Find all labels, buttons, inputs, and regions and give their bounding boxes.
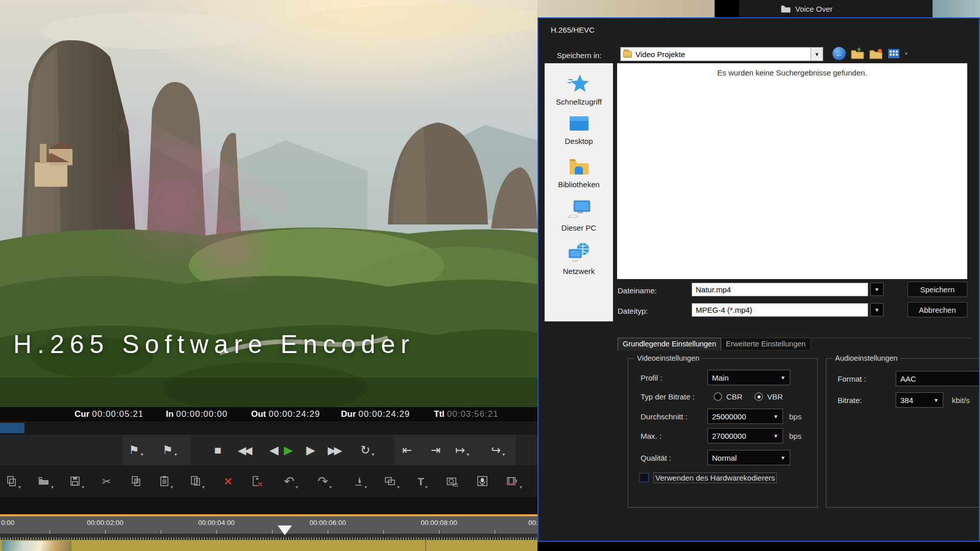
average-bitrate-combobox[interactable]: 25000000 ▼ — [707, 409, 783, 424]
filetype-dropdown-button[interactable]: ▼ — [870, 303, 884, 316]
sidebar-item-desktop[interactable]: Desktop — [545, 115, 613, 145]
cbr-radio[interactable] — [714, 392, 722, 401]
profile-combobox[interactable]: Main ▼ — [707, 370, 790, 385]
timeline-track[interactable] — [0, 540, 537, 551]
render-as-button[interactable]: ▾ — [506, 465, 522, 497]
record-audio-button[interactable] — [477, 465, 488, 497]
vbr-radio[interactable] — [754, 392, 763, 401]
audio-format-combobox[interactable]: AAC — [896, 371, 980, 386]
external-preview-button[interactable]: ↪▾ — [491, 435, 505, 465]
trim-event-button[interactable]: ✕ — [251, 465, 263, 497]
back-icon[interactable]: ← — [832, 47, 846, 60]
ruler-label: 00:00:04:00 — [198, 519, 234, 527]
libraries-folder-icon — [568, 157, 590, 177]
save-project-button[interactable]: ▾ — [69, 465, 84, 497]
quality-combobox[interactable]: Normal ▼ — [707, 450, 790, 465]
copy-button[interactable] — [131, 465, 142, 497]
audio-bitrate-combobox[interactable]: 384 ▼ — [896, 392, 943, 408]
previous-frame-button[interactable]: ◀ — [270, 435, 279, 465]
folder-icon — [623, 51, 632, 58]
go-to-in-button[interactable]: ⇤ — [402, 435, 412, 465]
timeline-spacer — [0, 497, 537, 514]
clip-boundary[interactable] — [425, 540, 426, 551]
chevron-down-icon[interactable]: ▼ — [811, 47, 823, 61]
format-label: Format : — [838, 374, 866, 383]
open-project-button[interactable]: ▾ — [38, 465, 54, 497]
chevron-down-icon[interactable]: ▾ — [372, 452, 374, 465]
paste-attributes-button[interactable]: ▾ — [190, 465, 205, 497]
sidebar-item-dieser-pc[interactable]: Dieser PC — [545, 199, 613, 232]
marker-in-flag-button[interactable]: ⚑▾ — [129, 435, 143, 465]
location-combobox[interactable]: Video Projekte ▼ — [620, 47, 823, 61]
filmstrip-icon — [506, 475, 519, 487]
video-preview[interactable]: H.265 Software Encoder — [0, 0, 537, 407]
chevron-down-icon[interactable]: ▾ — [502, 452, 505, 465]
chevron-down-icon: ▼ — [934, 397, 939, 403]
filetype-label: Dateityp: — [618, 307, 648, 315]
filename-dropdown-button[interactable]: ▼ — [870, 283, 884, 296]
chevron-down-icon[interactable]: ▾ — [905, 51, 908, 56]
snapshot-button[interactable] — [446, 465, 458, 497]
timeline-ruler[interactable]: 0:00 00:00:02:00 00:00:04:00 00:00:06:00… — [0, 514, 537, 534]
insert-text-button[interactable]: T ▾ — [418, 465, 428, 497]
save-disk-icon — [69, 475, 81, 487]
scrub-strip[interactable] — [0, 421, 537, 435]
loop-playback-button[interactable]: ↻▾ — [360, 435, 374, 465]
redo-button[interactable]: ↷ ▾ — [317, 465, 332, 497]
frame-ruler[interactable] — [0, 534, 537, 540]
ruler-label: 00:00:06:00 — [309, 519, 346, 527]
chevron-down-icon[interactable]: ▾ — [467, 452, 469, 465]
file-list[interactable]: Es wurden keine Suchergebnisse gefunden. — [617, 63, 967, 279]
go-to-out-button[interactable]: ⇥ — [431, 435, 440, 465]
voice-over-panel[interactable]: Voice Over — [739, 0, 933, 17]
average-unit: bps — [789, 412, 801, 421]
paste-button[interactable]: ▾ — [159, 465, 173, 497]
save-button[interactable]: Speichern — [908, 282, 967, 297]
export-dialog: H.265/HEVC Speichern in: Video Projekte … — [537, 17, 980, 542]
timecode-cur: Cur00:00:05:21 — [75, 409, 143, 419]
up-one-level-icon[interactable] — [851, 47, 864, 60]
clip-thumbnail[interactable] — [2, 541, 71, 551]
max-bitrate-combobox[interactable]: 27000000 ▼ — [707, 428, 783, 443]
tab-erweiterte-einstellungen[interactable]: Erweiterte Einstellungen — [721, 338, 811, 350]
sidebar-item-bibliotheken[interactable]: Bibliotheken — [545, 157, 613, 189]
top-gap — [715, 0, 739, 17]
scrub-progress — [0, 423, 24, 433]
undo-icon: ↶ — [284, 475, 295, 488]
cut-button[interactable]: ✂ — [102, 465, 111, 497]
filetype-combobox[interactable]: MPEG-4 (*.mp4) — [692, 303, 868, 317]
hardware-encoder-checkbox[interactable] — [640, 473, 649, 482]
voice-over-label: Voice Over — [795, 5, 832, 13]
fast-forward-button[interactable]: ▶▶ — [328, 435, 340, 465]
vbr-label: VBR — [767, 392, 783, 401]
marker-out-flag-button[interactable]: ⚑▾ — [162, 435, 177, 465]
tab-strip-line — [765, 338, 971, 338]
audio-bitrate-unit: kbit/s — [952, 396, 970, 405]
new-project-button[interactable]: ▾ — [6, 465, 21, 497]
filename-input[interactable]: Natur.mp4 — [692, 283, 868, 296]
ruler-label: 0:00 — [1, 519, 14, 527]
ruler-label: 00:00:02:00 — [87, 519, 123, 527]
sidebar-item-schnellzugriff[interactable]: Schnellzugriff — [545, 72, 613, 106]
new-folder-icon[interactable] — [869, 47, 883, 60]
tab-grundlegende-einstellungen[interactable]: Grundlegende Einstellungen — [618, 338, 721, 350]
stop-button[interactable]: ■ — [214, 435, 222, 465]
camera-icon — [446, 475, 458, 487]
cancel-button[interactable]: Abbrechen — [908, 302, 967, 317]
hardware-encoder-label[interactable]: Verwenden des Hardwarekodierers — [654, 473, 776, 483]
timecode-bar: Cur00:00:05:21 In00:00:00:00 Out00:00:24… — [0, 407, 537, 421]
next-frame-button[interactable]: ▶ — [306, 435, 315, 465]
playhead-marker[interactable] — [278, 525, 292, 535]
chevron-down-icon[interactable]: ▾ — [175, 452, 177, 465]
insert-marker-button[interactable]: ▾ — [353, 465, 367, 497]
view-menu-icon[interactable] — [888, 47, 900, 60]
folder-icon — [781, 5, 791, 13]
sidebar-item-netzwerk[interactable]: Netzwerk — [545, 242, 613, 276]
auto-crossfade-button[interactable]: ▾ — [384, 465, 400, 497]
play-button[interactable]: ▶ — [284, 435, 293, 465]
undo-button[interactable]: ↶ ▾ — [284, 465, 298, 497]
delete-button[interactable]: ✕ — [224, 465, 233, 497]
chevron-down-icon[interactable]: ▾ — [141, 452, 143, 465]
rewind-button[interactable]: ◀◀ — [238, 435, 250, 465]
play-to-out-button[interactable]: ↦▾ — [455, 435, 469, 465]
